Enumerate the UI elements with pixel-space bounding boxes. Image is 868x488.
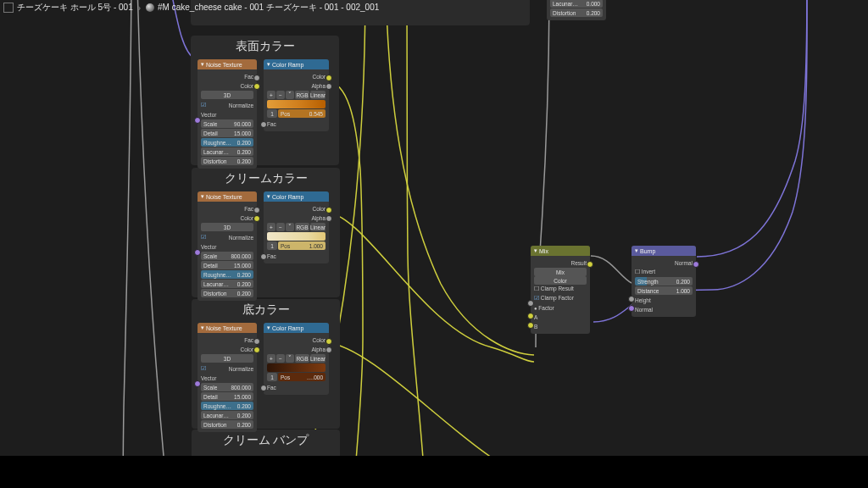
dim-select[interactable]: 3D [201,91,253,99]
frame-cream-title: クリームカラー [192,168,340,191]
node-mix[interactable]: ▾Mix Result Mix Color ☐ Clamp Result ☑ C… [531,246,590,334]
node-noise-surface[interactable]: ▾Noise Texture Fac Color 3D ☑Normalize V… [198,59,257,169]
noise-hdr[interactable]: ▾Noise Texture [198,191,257,202]
detail[interactable]: Detail15.000 [201,129,253,137]
node-ramp-cream[interactable]: ▾Color Ramp Color Alpha + − ˅ RGB Linear… [264,191,329,263]
bc-material[interactable]: #M cake_cheese cake - 001 チーズケーキ - 001 -… [158,2,379,14]
node-noise-cream[interactable]: ▾Noise Texture Fac Color 3D ☑Normalize V… [198,191,257,301]
frame-bottom-title: 底カラー [192,299,340,323]
breadcrumb: チーズケーキ ホール 5号 - 001 › #M cake_cheese cak… [0,0,868,15]
edges-layer [0,0,868,488]
bc-object[interactable]: チーズケーキ ホール 5号 - 001 [17,2,133,14]
node-ramp-bottom[interactable]: ▾Color Ramp Color Alpha + − ˅ RGB Linear… [264,323,329,395]
node-bump[interactable]: ▾Bump Normal ☐ Invert Strength0.200 Dist… [632,246,696,317]
noise-hdr[interactable]: ▾Noise Texture [198,323,257,333]
ramp-menu-icon[interactable]: ˅ [286,91,294,99]
bc-sep: › [138,3,141,13]
bump-distance[interactable]: Distance1.000 [635,286,693,295]
ramp-gradient[interactable] [267,100,326,108]
frame-surface-title: 表面カラー [191,36,339,59]
lacun[interactable]: Lacunar…0.200 [201,147,253,156]
material-icon [146,3,154,12]
ramp-add[interactable]: + [267,91,275,99]
frame-creambump-title: クリーム バンプ [192,430,340,453]
letterbox [0,456,868,488]
ramp-del[interactable]: − [276,91,285,99]
scale[interactable]: Scale90.000 [201,119,253,128]
rough[interactable]: Roughne…0.200 [201,138,253,147]
distor[interactable]: Distortion0.200 [201,157,253,165]
node-noise-bottom[interactable]: ▾Noise Texture Fac Color 3D ☑Normalize V… [198,323,257,432]
bump-strength[interactable]: Strength0.200 [635,277,693,286]
object-icon [3,3,14,13]
node-ramp-surface[interactable]: ▾Color Ramp Color Alpha + − ˅ RGB Linear… [264,59,329,131]
noise-hdr[interactable]: ▾Noise Texture [198,59,257,69]
